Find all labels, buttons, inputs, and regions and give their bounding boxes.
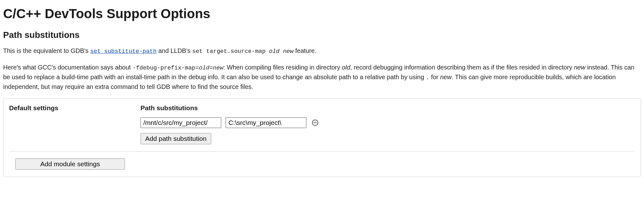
- text: for: [429, 74, 440, 80]
- page-title: C/C++ DevTools Support Options: [3, 6, 641, 21]
- text: , record debugging information describin…: [350, 64, 574, 71]
- code-ital: old new: [269, 48, 294, 55]
- default-settings-label: Default settings: [9, 104, 128, 112]
- text: This is the equivalent to GDB's: [3, 47, 90, 54]
- intro-paragraph-2: Here's what GCC's documentation says abo…: [3, 63, 641, 91]
- remove-circle-icon: [311, 119, 319, 126]
- code-text: -fdebug-prefix-map=: [132, 65, 199, 71]
- ital-text: new: [574, 64, 585, 71]
- text: and LLDB's: [156, 47, 192, 54]
- text: feature.: [294, 47, 316, 54]
- text: Here's what GCC's documentation says abo…: [3, 64, 132, 71]
- substitution-from-input[interactable]: [141, 117, 221, 128]
- ital-text: old: [342, 64, 350, 71]
- path-substitutions-label: Path substitutions: [141, 104, 635, 112]
- section-title: Path substitutions: [3, 30, 641, 40]
- code-text: .: [426, 75, 429, 81]
- code-ital: old: [199, 65, 209, 71]
- settings-panel: Default settings Path substitutions Add …: [3, 98, 641, 177]
- substitution-row: [141, 117, 635, 128]
- code-text: =: [209, 65, 213, 71]
- code-text: set target.source-map: [192, 48, 269, 55]
- add-module-settings-button[interactable]: Add module settings: [15, 158, 125, 170]
- text: : When compiling files residing in direc…: [223, 64, 342, 71]
- remove-substitution-button[interactable]: [311, 118, 319, 127]
- ital-text: new: [440, 74, 452, 80]
- add-path-substitution-button[interactable]: Add path substitution: [141, 133, 211, 144]
- code-ital: new: [213, 65, 223, 71]
- intro-paragraph-1: This is the equivalent to GDB's set subs…: [3, 46, 641, 56]
- substitution-to-input[interactable]: [226, 117, 306, 128]
- divider: [9, 151, 635, 152]
- set-substitute-path-link[interactable]: set substitute-path: [90, 48, 156, 55]
